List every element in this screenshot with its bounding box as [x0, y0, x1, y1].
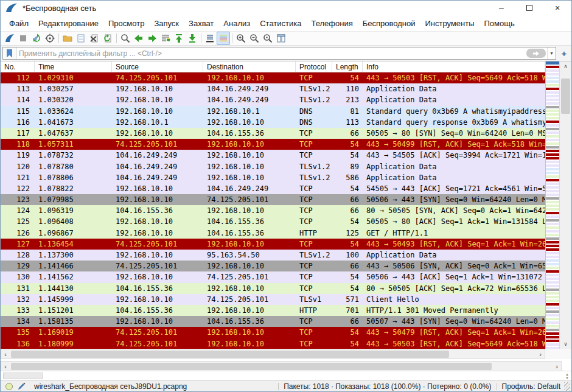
zoom-out-button[interactable]	[248, 32, 261, 45]
packet-row[interactable]: 1131.030257192.168.10.10104.16.249.249TL…	[1, 83, 545, 94]
cell-destination: 192.168.10.10	[203, 338, 296, 349]
intelligent-scrollbar-minimap[interactable]	[545, 61, 559, 349]
scroll-right-icon[interactable]: ›	[553, 363, 561, 370]
go-back-button[interactable]	[132, 32, 145, 45]
apply-filter-button[interactable]	[526, 49, 546, 58]
profile-label[interactable]: Профиль: Default	[502, 382, 565, 391]
packet-row[interactable]: 1241.096319104.16.155.36192.168.10.10TCP…	[1, 205, 545, 216]
close-file-button[interactable]	[88, 32, 101, 45]
zoom-in-button[interactable]	[234, 32, 248, 45]
start-capture-button[interactable]	[3, 32, 16, 45]
cell-protocol: TCP	[296, 283, 332, 294]
go-to-packet-button[interactable]	[159, 32, 172, 45]
go-forward-button[interactable]	[145, 32, 159, 45]
go-bottom-button[interactable]	[186, 32, 199, 45]
vertical-scrollbar[interactable]: ∧ ∨	[559, 61, 571, 349]
scroll-left-icon[interactable]: ‹	[1, 363, 10, 370]
scroll-up-icon[interactable]: ∧	[563, 61, 568, 71]
display-filter-input[interactable]	[16, 48, 526, 58]
cell-destination: 192.168.10.10	[203, 139, 296, 150]
column-header-info[interactable]: Info	[363, 61, 545, 72]
tiny-scroll-arrows[interactable]: ▲▼	[565, 373, 569, 380]
scroll-right-icon[interactable]: ›	[536, 351, 545, 358]
resize-grip[interactable]	[564, 382, 570, 391]
packet-row[interactable]: 1341.158135192.168.10.10104.16.155.36TCP…	[1, 316, 545, 327]
cell-info: 443 → 50506 [SYN, ACK] Seq=0 Ack=1 Win=6…	[363, 261, 545, 271]
capture-comment-icon[interactable]	[18, 382, 26, 390]
packet-list-hscrollbar[interactable]: ‹ ›	[1, 349, 545, 359]
packet-row[interactable]: 1171.047637192.168.10.10104.16.155.36TCP…	[1, 128, 545, 139]
packet-row[interactable]: 1261.096867192.168.10.10104.16.155.36HTT…	[1, 228, 545, 239]
packet-row[interactable]: 1251.096408192.168.10.10104.16.155.36TCP…	[1, 216, 545, 227]
maximize-button[interactable]	[515, 1, 543, 15]
cell-protocol: TLSv1	[296, 294, 332, 305]
expert-info-icon[interactable]	[5, 383, 13, 390]
packet-row[interactable]: 1351.16901974.125.205.101192.168.10.10TC…	[1, 327, 545, 338]
save-file-button[interactable]	[74, 32, 88, 45]
column-header-length[interactable]: Length	[332, 61, 363, 72]
filter-dropdown-caret[interactable]: ▾	[547, 47, 556, 59]
menu-view[interactable]: Просмотр	[103, 16, 149, 30]
menu-analyze[interactable]: Анализ	[218, 16, 255, 30]
packet-row[interactable]: 1181.05731174.125.205.101192.168.10.10TC…	[1, 139, 545, 150]
cell-source: 192.168.10.10	[112, 216, 203, 227]
menu-file[interactable]: Файл	[4, 16, 33, 30]
reload-file-button[interactable]	[101, 32, 114, 45]
column-header-no[interactable]: No.	[1, 61, 35, 72]
hscroll-thumb[interactable]	[11, 351, 449, 358]
menu-go[interactable]: Запуск	[149, 16, 184, 30]
packet-row[interactable]: 1161.041673192.168.10.1192.168.10.10DNS1…	[1, 117, 545, 128]
cell-no: 126	[1, 228, 35, 239]
restart-capture-button[interactable]	[30, 32, 43, 45]
cell-destination: 104.16.155.36	[203, 228, 296, 239]
packet-row[interactable]: 1221.078822192.168.10.10104.16.249.249TC…	[1, 183, 545, 194]
menu-help[interactable]: Помощь	[480, 16, 520, 30]
packet-row[interactable]: 1301.141562192.168.10.1074.125.205.101TC…	[1, 271, 545, 282]
packet-row[interactable]: 1231.079985192.168.10.1074.125.205.101TC…	[1, 194, 545, 205]
auto-scroll-button[interactable]	[203, 32, 217, 45]
packet-row[interactable]: 1151.033624192.168.10.10192.168.10.1DNS8…	[1, 106, 545, 117]
menu-edit[interactable]: Редактирование	[33, 16, 103, 30]
packet-row[interactable]: 1321.145999192.168.10.1074.125.205.101TL…	[1, 294, 545, 305]
packet-row[interactable]: 1281.137300192.168.10.1095.163.54.50TLSv…	[1, 250, 545, 261]
scroll-left-icon[interactable]: ‹	[1, 351, 10, 358]
capture-options-button[interactable]	[43, 32, 57, 45]
hscroll-thumb[interactable]	[11, 363, 492, 370]
packet-row[interactable]: 1211.078806104.16.249.249192.168.10.10TL…	[1, 172, 545, 183]
detail-pane-hscrollbar[interactable]: ‹ ›	[1, 361, 562, 371]
capture-file-name[interactable]: wireshark_Беспроводная сетьJ89DU1.pcapng	[34, 382, 187, 391]
zoom-reset-button[interactable]	[261, 32, 274, 45]
packet-row[interactable]: 1201.078780104.16.249.249192.168.10.10TL…	[1, 161, 545, 172]
menu-statistics[interactable]: Статистика	[255, 16, 306, 30]
open-file-button[interactable]	[61, 32, 74, 45]
packet-row[interactable]: 1361.18099974.125.205.101192.168.10.10TC…	[1, 338, 545, 349]
go-top-button[interactable]	[172, 32, 186, 45]
column-header-protocol[interactable]: Protocol	[296, 61, 332, 72]
column-header-time[interactable]: Time	[35, 61, 112, 72]
packet-row[interactable]: 1141.030320192.168.10.10104.16.249.249TL…	[1, 94, 545, 105]
cell-length: 54	[332, 139, 363, 150]
find-packet-button[interactable]	[119, 32, 132, 45]
column-header-source[interactable]: Source	[112, 61, 203, 72]
packet-list-header: No.TimeSourceDestinationProtocolLengthIn…	[1, 61, 545, 72]
packet-row[interactable]: 1121.02931074.125.205.101192.168.10.10TC…	[1, 72, 545, 83]
menu-telephony[interactable]: Телефония	[306, 16, 357, 30]
menu-capture[interactable]: Захват	[184, 16, 218, 30]
menu-tools[interactable]: Инструменты	[420, 16, 479, 30]
resize-columns-button[interactable]	[274, 32, 288, 45]
packet-row[interactable]: 1291.14146674.125.205.101192.168.10.10TC…	[1, 261, 545, 271]
vertical-scroll-thumb[interactable]	[561, 79, 570, 114]
filter-bookmark-icon[interactable]	[3, 47, 16, 59]
packet-row[interactable]: 1271.13645474.125.205.101192.168.10.10TC…	[1, 239, 545, 250]
menu-wireless[interactable]: Беспроводной	[358, 16, 420, 30]
packet-row[interactable]: 1331.151201104.16.155.36192.168.10.10HTT…	[1, 305, 545, 316]
close-button[interactable]: ×	[543, 1, 571, 15]
stop-capture-button[interactable]	[16, 32, 30, 45]
scroll-down-icon[interactable]: ∨	[563, 339, 568, 349]
add-filter-button[interactable]: +	[559, 47, 570, 60]
minimize-button[interactable]: –	[487, 1, 515, 15]
packet-row[interactable]: 1311.144130104.16.155.36192.168.10.10TCP…	[1, 283, 545, 294]
packet-row[interactable]: 1191.078732104.16.249.249192.168.10.10TC…	[1, 150, 545, 161]
column-header-destination[interactable]: Destination	[203, 61, 296, 72]
colorize-button[interactable]	[217, 32, 230, 45]
